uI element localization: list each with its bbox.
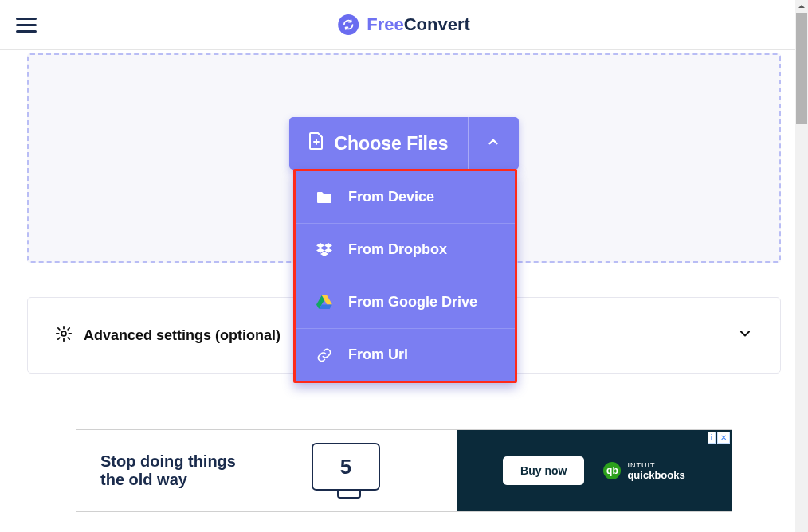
vertical-scrollbar[interactable]: [795, 0, 808, 532]
convert-icon: [338, 14, 359, 35]
scroll-thumb[interactable]: [796, 13, 807, 124]
quickbooks-icon: qb: [603, 462, 621, 479]
google-drive-icon: [316, 295, 332, 310]
source-device-label: From Device: [348, 189, 434, 205]
dropbox-icon: [316, 243, 332, 257]
ad-cta-button[interactable]: Buy now: [503, 456, 584, 485]
choose-files-button-group: Choose Files: [289, 117, 518, 170]
choose-files-toggle[interactable]: [468, 117, 519, 170]
brand-logo[interactable]: FreeConvert: [338, 14, 470, 35]
choose-files-label: Choose Files: [334, 133, 448, 155]
advanced-settings-label: Advanced settings (optional): [84, 327, 280, 344]
menu-button[interactable]: [16, 18, 37, 33]
folder-icon: [316, 191, 332, 204]
svg-point-0: [61, 331, 66, 336]
source-device[interactable]: From Device: [296, 171, 515, 224]
file-source-menu: From Device From Dropbox From Google Dri…: [293, 169, 517, 383]
choose-files-button[interactable]: Choose Files: [289, 117, 467, 170]
app-header: FreeConvert: [0, 0, 808, 50]
brand-text: FreeConvert: [367, 14, 470, 35]
ad-left: Stop doing things the old way 5: [76, 430, 457, 511]
source-url[interactable]: From Url: [296, 329, 515, 381]
source-dropbox[interactable]: From Dropbox: [296, 224, 515, 276]
gear-icon: [55, 325, 73, 346]
ad-sponsor-logo: qb INTUIT quickbooks: [603, 461, 684, 481]
source-google-drive[interactable]: From Google Drive: [296, 276, 515, 329]
ad-right: Buy now qb INTUIT quickbooks: [457, 456, 732, 485]
source-url-label: From Url: [348, 346, 408, 363]
ad-close-icon[interactable]: ✕: [717, 432, 730, 444]
source-gdrive-label: From Google Drive: [348, 294, 477, 311]
source-dropbox-label: From Dropbox: [348, 241, 447, 258]
chevron-down-icon: [737, 326, 753, 345]
ad-illustration: 5: [284, 435, 411, 507]
file-add-icon: [308, 131, 324, 155]
chevron-up-icon: [486, 135, 500, 152]
link-icon: [316, 347, 332, 363]
ad-banner[interactable]: Stop doing things the old way 5 Buy now …: [76, 429, 732, 512]
ad-headline: Stop doing things the old way: [100, 452, 260, 489]
ad-info-icon[interactable]: i: [708, 432, 716, 444]
scroll-up-button[interactable]: [795, 0, 808, 13]
ad-choices[interactable]: i ✕: [708, 432, 730, 444]
